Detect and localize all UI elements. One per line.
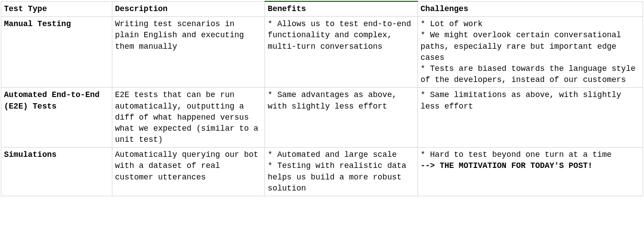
cell-description: Writing test scenarios in plain English … (112, 17, 265, 88)
cell-benefits: * Allows us to test end-to-end functiona… (265, 17, 418, 88)
cell-test-type: Automated End-to-End (E2E) Tests (1, 88, 112, 148)
cell-challenges: * Hard to test beyond one turn at a time… (418, 148, 643, 196)
table-row: Automated End-to-End (E2E) TestsE2E test… (1, 88, 643, 148)
benefit-line: * Same advantages as above, with slightl… (268, 89, 414, 112)
benefit-line: * Testing with realistic data helps us b… (268, 160, 414, 194)
cell-challenges: * Same limitations as above, with slight… (418, 88, 643, 148)
cell-benefits: * Automated and large scale* Testing wit… (265, 148, 418, 196)
cell-benefits: * Same advantages as above, with slightl… (265, 88, 418, 148)
challenge-emphasis: --> THE MOTIVATION FOR TODAY'S POST! (421, 160, 640, 171)
table-body: Manual TestingWriting test scenarios in … (1, 17, 643, 196)
challenge-line: * Tests are biased towards the language … (421, 63, 640, 86)
benefit-line: * Automated and large scale (268, 149, 414, 160)
header-description: Description (112, 1, 265, 17)
cell-test-type: Simulations (1, 148, 112, 196)
header-benefits: Benefits (265, 1, 418, 17)
table-header-row: Test Type Description Benefits Challenge… (1, 1, 643, 17)
header-test-type: Test Type (1, 1, 112, 17)
benefit-line: * Allows us to test end-to-end functiona… (268, 19, 414, 52)
challenge-line: * Same limitations as above, with slight… (421, 89, 640, 112)
challenge-line: * Hard to test beyond one turn at a time (421, 149, 640, 160)
cell-description: Automatically querying our bot with a da… (112, 148, 265, 196)
table-row: Manual TestingWriting test scenarios in … (1, 17, 643, 88)
challenge-line: * We might overlook certain conversation… (421, 30, 640, 63)
challenge-line: * Lot of work (421, 19, 640, 30)
table-row: SimulationsAutomatically querying our bo… (1, 148, 643, 196)
cell-description: E2E tests that can be run automatically,… (112, 88, 265, 148)
cell-challenges: * Lot of work* We might overlook certain… (418, 17, 643, 88)
test-types-table: Test Type Description Benefits Challenge… (1, 1, 643, 196)
header-challenges: Challenges (418, 1, 643, 17)
cell-test-type: Manual Testing (1, 17, 112, 88)
